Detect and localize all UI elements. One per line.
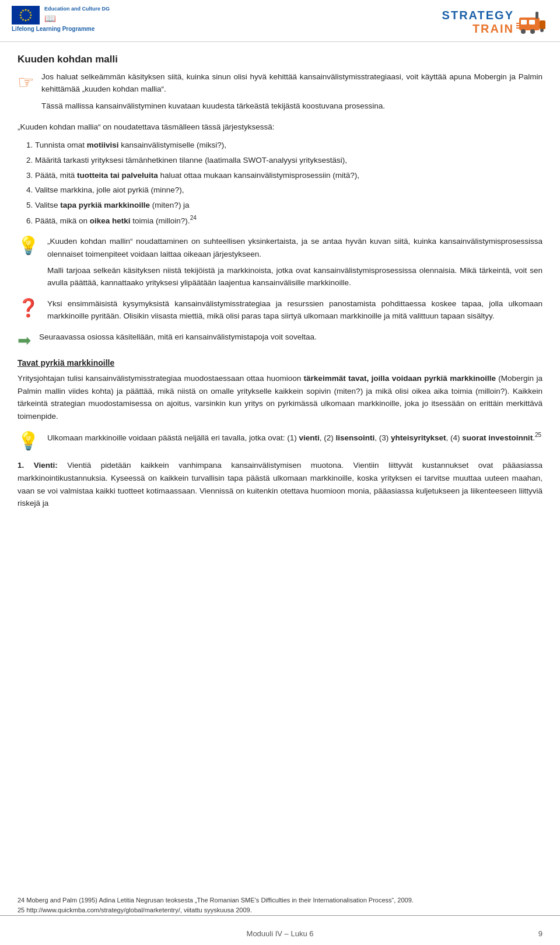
- svg-point-20: [540, 29, 544, 32]
- bulb-icon-1: 💡: [18, 235, 39, 256]
- list-item-5: Valitse tapa pyrkiä markkinoille (miten?…: [35, 199, 542, 212]
- strategy-text: STRATEGY: [442, 9, 514, 22]
- train-text: TRAIN: [473, 22, 514, 36]
- svg-rect-14: [521, 20, 527, 24]
- footnote-24: 24 Moberg and Palm (1995) Adina Letitia …: [18, 895, 542, 905]
- list-item-3: Päätä, mitä tuotteita tai palveluita hal…: [35, 169, 542, 182]
- eu-stars-icon: [12, 6, 40, 24]
- subsection-title: Tavat pyrkiä markkinoille: [18, 358, 542, 368]
- lifelong-label: Lifelong Learning Programme: [12, 26, 94, 32]
- page-header: Education and Culture DG 📖 Lifelong Lear…: [0, 0, 560, 42]
- list-item-4: Valitse markkina, jolle aiot pyrkiä (min…: [35, 184, 542, 197]
- bulb-text-2: Ulkomaan markkinoille voidaan päästä nel…: [47, 430, 542, 444]
- bulb-block-1: 💡 „Kuuden kohdan mallin“ noudattaminen o…: [18, 235, 542, 289]
- svg-point-16: [521, 29, 526, 34]
- footnotes: 24 Moberg and Palm (1995) Adina Letitia …: [18, 895, 542, 915]
- vienti-para: 1. Vienti: Vientiä pidetään kaikkein van…: [18, 459, 542, 509]
- question-text: Yksi ensimmäisistä kysymyksistä kansainv…: [47, 298, 542, 323]
- footnote-25: 25 http://www.quickmba.com/strategy/glob…: [18, 905, 542, 915]
- bulb-block-2: 💡 Ulkomaan markkinoille voidaan päästä n…: [18, 430, 542, 451]
- bulb-text-1: „Kuuden kohdan mallin“ noudattaminen on …: [47, 235, 542, 289]
- question-icon: ❓: [18, 298, 39, 318]
- list-item-2: Määritä tarkasti yrityksesi tämänhetkine…: [35, 154, 542, 167]
- svg-point-17: [530, 29, 535, 34]
- list-item-1: Tunnista omat motiivisi kansainvälistymi…: [35, 139, 542, 152]
- ordered-list: Tunnista omat motiivisi kansainvälistymi…: [18, 139, 542, 227]
- train-icon: [516, 6, 548, 38]
- svg-rect-18: [536, 12, 538, 19]
- eu-logo: Education and Culture DG 📖: [12, 6, 110, 24]
- footer-center: Moduuli IV – Luku 6: [0, 929, 560, 938]
- footer-page-number: 9: [538, 929, 542, 938]
- svg-rect-15: [529, 20, 535, 24]
- bulb-icon-2: 💡: [18, 430, 39, 451]
- eu-text: Education and Culture DG 📖: [44, 6, 110, 24]
- question-block: ❓ Yksi ensimmäisistä kysymyksistä kansai…: [18, 298, 542, 323]
- section-title: Kuuden kohdan malli: [18, 54, 542, 65]
- subsection-para: Yritysjohtajan tulisi kansainvälistymiss…: [18, 372, 542, 422]
- list-item-6: Päätä, mikä on oikea hetki toimia (millo…: [35, 214, 542, 227]
- svg-rect-19: [540, 20, 545, 29]
- footer-line: [0, 915, 560, 916]
- arrow-block: ➡ Seuraavassa osiossa käsitellään, mitä …: [18, 331, 542, 350]
- intro-text: Jos haluat selkeämmän käsityksen siitä, …: [41, 71, 542, 113]
- main-content: Kuuden kohdan malli ☞ Jos haluat selkeäm…: [0, 42, 560, 562]
- arrow-text: Seuraavassa osiossa käsitellään, mitä er…: [39, 331, 542, 344]
- header-left: Education and Culture DG 📖 Lifelong Lear…: [12, 6, 110, 32]
- numbered-header: „Kuuden kohdan mallia“ on noudatettava t…: [18, 121, 542, 134]
- intro-block: ☞ Jos haluat selkeämmän käsityksen siitä…: [18, 71, 542, 113]
- hand-icon: ☞: [18, 71, 34, 113]
- arrow-icon: ➡: [18, 331, 31, 350]
- strategy-train-logo: STRATEGY TRAIN: [442, 6, 548, 38]
